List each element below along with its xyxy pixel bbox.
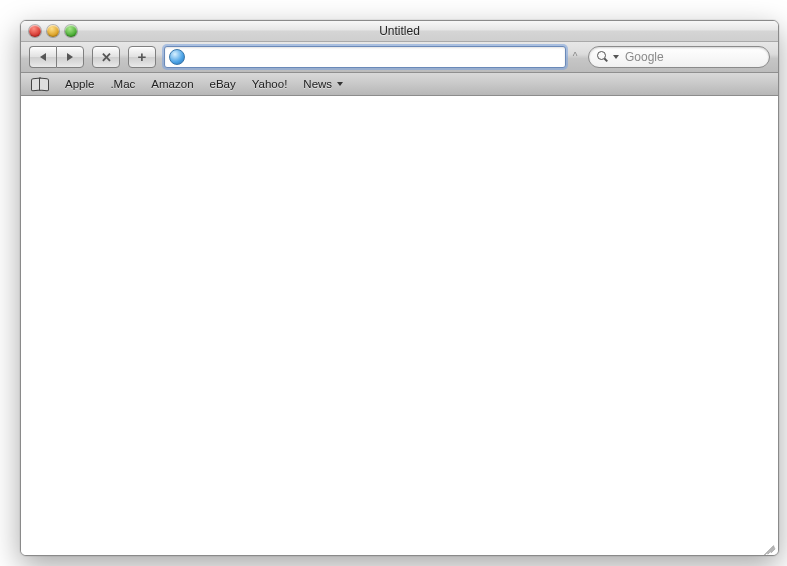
- plus-icon: +: [138, 49, 147, 64]
- window-title: Untitled: [21, 24, 778, 38]
- search-icon: [597, 51, 609, 63]
- bookmark-label: Yahoo!: [252, 78, 288, 90]
- page-content: [21, 96, 778, 555]
- chevron-down-icon: [337, 82, 343, 86]
- stop-x-icon: ✕: [101, 51, 112, 64]
- bookmark-label: Apple: [65, 78, 94, 90]
- bookmark-item-apple[interactable]: Apple: [65, 78, 94, 90]
- toolbar: ✕ + ^: [21, 42, 778, 73]
- zoom-window-button[interactable]: [65, 25, 77, 37]
- bookmark-label: News: [303, 78, 332, 90]
- bookmark-item-yahoo[interactable]: Yahoo!: [252, 78, 288, 90]
- titlebar[interactable]: Untitled: [21, 21, 778, 42]
- bookmark-item-news[interactable]: News: [303, 78, 343, 90]
- url-wrap: ^: [164, 46, 580, 68]
- bookmarks-book-icon[interactable]: [31, 78, 49, 90]
- globe-icon: [169, 49, 185, 65]
- nav-buttons: [29, 46, 84, 68]
- bookmark-item-dotmac[interactable]: .Mac: [110, 78, 135, 90]
- bookmarks-bar: Apple .Mac Amazon eBay Yahoo! News: [21, 73, 778, 96]
- forward-button[interactable]: [56, 46, 84, 68]
- add-bookmark-button[interactable]: +: [128, 46, 156, 68]
- back-arrow-icon: [40, 53, 46, 61]
- address-field[interactable]: [164, 46, 566, 68]
- bookmark-label: Amazon: [151, 78, 193, 90]
- address-input[interactable]: [189, 48, 561, 66]
- stop-button[interactable]: ✕: [92, 46, 120, 68]
- search-menu-chevron-icon[interactable]: [613, 55, 619, 59]
- forward-arrow-icon: [67, 53, 73, 61]
- search-input[interactable]: [623, 49, 777, 65]
- bookmark-item-ebay[interactable]: eBay: [210, 78, 236, 90]
- bookmark-label: eBay: [210, 78, 236, 90]
- snapback-button[interactable]: ^: [570, 52, 580, 62]
- close-window-button[interactable]: [29, 25, 41, 37]
- search-field[interactable]: [588, 46, 770, 68]
- bookmark-label: .Mac: [110, 78, 135, 90]
- back-button[interactable]: [29, 46, 56, 68]
- traffic-lights: [21, 25, 77, 37]
- resize-handle[interactable]: [762, 539, 776, 553]
- browser-window: Untitled ✕ + ^: [20, 20, 779, 556]
- bookmark-item-amazon[interactable]: Amazon: [151, 78, 193, 90]
- minimize-window-button[interactable]: [47, 25, 59, 37]
